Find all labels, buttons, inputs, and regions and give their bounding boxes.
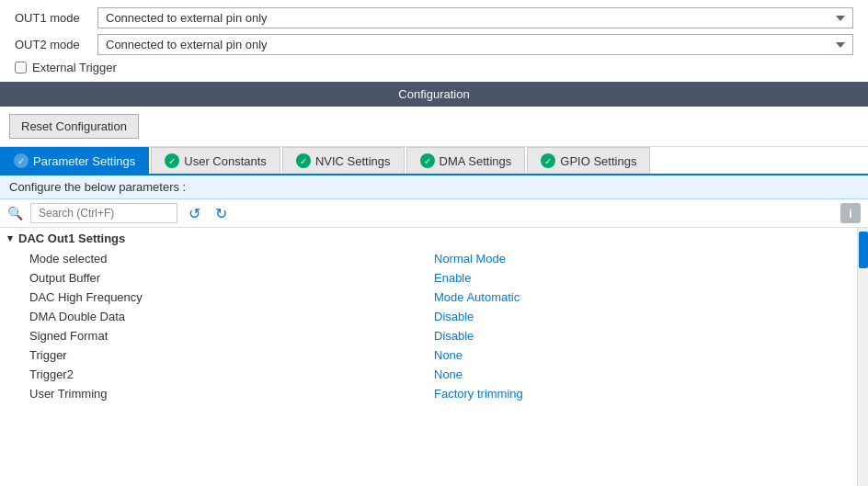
param-name-dac-high-freq: DAC High Frequency — [29, 290, 434, 304]
param-value-user-trimming[interactable]: Factory trimming — [434, 387, 850, 401]
tab-nvic-settings[interactable]: ✓ NVIC Settings — [282, 147, 405, 174]
param-name-user-trimming: User Trimming — [29, 387, 434, 401]
chevron-down-icon: ▾ — [7, 232, 13, 244]
info-bar: Configure the below parameters : — [0, 175, 868, 199]
reset-config-button[interactable]: Reset Configuration — [9, 114, 139, 139]
top-section: OUT1 mode Connected to external pin only… — [0, 0, 868, 82]
tab-gpio-settings[interactable]: ✓ GPIO Settings — [527, 147, 650, 174]
param-value-trigger[interactable]: None — [434, 348, 850, 362]
search-bar: 🔍 ↺ ↻ i — [0, 199, 868, 228]
external-trigger-checkbox[interactable] — [15, 62, 27, 73]
tab-dma-settings[interactable]: ✓ DMA Settings — [406, 147, 526, 174]
out2-mode-row: OUT2 mode Connected to external pin only — [15, 34, 853, 55]
tab-gpio-label: GPIO Settings — [560, 154, 636, 168]
tab-parameter-settings[interactable]: ✓ Parameter Settings — [0, 147, 149, 174]
toolbar: Reset Configuration — [0, 107, 868, 147]
tab-nvic-icon: ✓ — [296, 153, 311, 168]
table-row: User Trimming Factory trimming — [0, 384, 857, 403]
out1-label: OUT1 mode — [15, 11, 97, 25]
scrollbar-thumb[interactable] — [859, 232, 868, 268]
scrollbar-track[interactable] — [857, 228, 868, 486]
configuration-header: Configuration — [0, 82, 868, 107]
section-label: DAC Out1 Settings — [18, 232, 125, 245]
param-value-mode-selected[interactable]: Normal Mode — [434, 252, 850, 266]
table-row: Mode selected Normal Mode — [0, 249, 857, 268]
dac-out1-section-header[interactable]: ▾ DAC Out1 Settings — [0, 228, 857, 249]
tab-gpio-icon: ✓ — [541, 153, 555, 168]
param-value-trigger2[interactable]: None — [434, 367, 850, 381]
param-value-signed-format[interactable]: Disable — [434, 329, 850, 343]
search-icon: 🔍 — [7, 206, 23, 220]
table-row: Trigger2 None — [0, 365, 857, 384]
prev-nav-button[interactable]: ↺ — [185, 205, 204, 222]
param-name-mode-selected: Mode selected — [29, 252, 434, 266]
out2-label: OUT2 mode — [15, 38, 97, 51]
out1-mode-row: OUT1 mode Connected to external pin only — [15, 7, 853, 28]
param-name-output-buffer: Output Buffer — [29, 271, 434, 285]
info-button[interactable]: i — [840, 203, 861, 223]
out1-select[interactable]: Connected to external pin only — [97, 7, 853, 28]
table-row: Output Buffer Enable — [0, 268, 857, 288]
param-value-output-buffer[interactable]: Enable — [434, 271, 850, 285]
table-row: Signed Format Disable — [0, 326, 857, 345]
tabs-bar: ✓ Parameter Settings ✓ User Constants ✓ … — [0, 147, 868, 175]
external-trigger-row: External Trigger — [15, 61, 853, 74]
param-name-signed-format: Signed Format — [29, 329, 434, 343]
param-name-dma-double: DMA Double Data — [29, 310, 434, 323]
tab-param-label: Parameter Settings — [33, 154, 135, 168]
table-row: Trigger None — [0, 345, 857, 365]
search-input[interactable] — [30, 203, 177, 223]
out2-select[interactable]: Connected to external pin only — [97, 34, 853, 55]
table-row: DAC High Frequency Mode Automatic — [0, 288, 857, 307]
tab-dma-icon: ✓ — [420, 153, 435, 168]
tab-user-icon: ✓ — [165, 153, 179, 168]
tab-param-icon: ✓ — [14, 153, 29, 168]
tab-dma-label: DMA Settings — [440, 154, 512, 168]
tab-nvic-label: NVIC Settings — [315, 154, 391, 168]
param-value-dac-high-freq[interactable]: Mode Automatic — [434, 290, 850, 304]
table-row: DMA Double Data Disable — [0, 307, 857, 326]
params-list: ▾ DAC Out1 Settings Mode selected Normal… — [0, 228, 857, 486]
tab-user-label: User Constants — [184, 154, 267, 168]
param-value-dma-double[interactable]: Disable — [434, 310, 850, 323]
tab-user-constants[interactable]: ✓ User Constants — [151, 147, 280, 174]
param-name-trigger2: Trigger2 — [29, 367, 434, 381]
external-trigger-label: External Trigger — [32, 61, 117, 74]
param-name-trigger: Trigger — [29, 348, 434, 362]
next-nav-button[interactable]: ↻ — [211, 205, 231, 222]
params-content: ▾ DAC Out1 Settings Mode selected Normal… — [0, 228, 868, 486]
